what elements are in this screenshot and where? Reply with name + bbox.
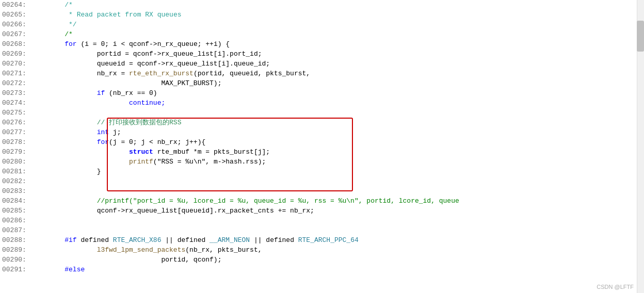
- code-token: continue;: [129, 99, 165, 107]
- code-token: [33, 158, 129, 166]
- code-token: struct: [129, 148, 153, 156]
- table-row: 00265: * Read packet from RX queues: [0, 10, 644, 20]
- code-token: (portid, queueid, pkts_burst,: [194, 70, 310, 77]
- table-row: 00267: /*: [0, 29, 644, 39]
- code-token: portid, qconf);: [33, 256, 222, 264]
- watermark: CSDN @LFTF: [597, 284, 634, 290]
- table-row: 00270: queueid = qconf->rx_queue_list[i]…: [0, 59, 644, 69]
- code-token: (nb_rx == 0): [105, 89, 157, 97]
- table-row: 00277: int j;: [0, 127, 644, 137]
- code-token: // 打印接收到数据包的RSS: [33, 119, 182, 126]
- line-code: l3fwd_lpm_send_packets(nb_rx, pkts_burst…: [30, 245, 644, 255]
- line-number: 00291:: [0, 265, 30, 274]
- table-row: 00275:: [0, 108, 644, 118]
- line-number: 00289:: [0, 245, 30, 255]
- code-token: rte_mbuf *m = pkts_burst[j];: [153, 148, 270, 156]
- table-row: 00283:: [0, 186, 644, 196]
- line-number: 00280:: [0, 157, 30, 167]
- code-token: [33, 246, 97, 254]
- code-token: __ARM_NEON: [210, 236, 250, 244]
- table-row: 00266: */: [0, 20, 644, 29]
- code-token: [33, 138, 97, 146]
- table-row: 00278: for(j = 0; j < nb_rx; j++){: [0, 137, 644, 147]
- code-token: qconf->rx_queue_list[queueid].rx_packet_…: [33, 207, 314, 215]
- scrollbar-thumb[interactable]: [637, 21, 644, 52]
- line-number: 00290:: [0, 255, 30, 265]
- line-number: 00287:: [0, 225, 30, 235]
- code-token: portid = qconf->rx_queue_list[i].port_id…: [33, 50, 262, 58]
- code-token: MAX_PKT_BURST);: [33, 79, 222, 87]
- table-row: 00291: #else: [0, 265, 644, 274]
- line-code: }: [30, 167, 644, 176]
- code-token: [33, 89, 97, 97]
- table-row: 00288: #if defined RTE_ARCH_X86 || defin…: [0, 235, 644, 245]
- line-number: 00288:: [0, 235, 30, 245]
- line-number: 00282:: [0, 176, 30, 186]
- line-code: /*: [30, 29, 644, 39]
- line-code: int j;: [30, 127, 644, 137]
- line-code: queueid = qconf->rx_queue_list[i].queue_…: [30, 59, 644, 69]
- line-number: 00271:: [0, 69, 30, 78]
- scrollbar[interactable]: [637, 0, 644, 293]
- line-code: printf("RSS = %u\n", m->hash.rss);: [30, 157, 644, 167]
- table-row: 00280: printf("RSS = %u\n", m->hash.rss)…: [0, 157, 644, 167]
- code-token: /*: [65, 1, 73, 9]
- line-code: [30, 108, 644, 118]
- table-row: 00273: if (nb_rx == 0): [0, 88, 644, 98]
- code-token: [33, 236, 65, 244]
- code-token: [33, 197, 97, 205]
- table-row: 00286:: [0, 216, 644, 225]
- code-token: from RX queues: [121, 11, 181, 19]
- code-token: defined: [77, 236, 113, 244]
- line-number: 00267:: [0, 29, 30, 39]
- line-code: [30, 186, 644, 196]
- line-number: 00286:: [0, 216, 30, 225]
- line-code: //printf("port_id = %u, lcore_id = %u, q…: [30, 196, 644, 206]
- line-number: 00270:: [0, 59, 30, 69]
- table-row: 00285: qconf->rx_queue_list[queueid].rx_…: [0, 206, 644, 216]
- table-row: 00276: // 打印接收到数据包的RSS: [0, 118, 644, 127]
- line-code: [30, 176, 644, 186]
- line-number: 00281:: [0, 167, 30, 176]
- code-token: [33, 30, 65, 38]
- line-number: 00279:: [0, 147, 30, 157]
- code-token: for: [65, 40, 76, 48]
- line-number: 00275:: [0, 108, 30, 118]
- code-token: (i = 0; i < qconf->n_rx_queue; ++i) {: [77, 40, 230, 48]
- code-token: "RSS = %u\n": [157, 158, 206, 166]
- line-code: if (nb_rx == 0): [30, 88, 644, 98]
- table-row: 00289: l3fwd_lpm_send_packets(nb_rx, pkt…: [0, 245, 644, 255]
- table-row: 00264: /*: [0, 0, 644, 10]
- table-row: 00274: continue;: [0, 98, 644, 108]
- table-row: 00279: struct rte_mbuf *m = pkts_burst[j…: [0, 147, 644, 157]
- table-row: 00271: nb_rx = rte_eth_rx_burst(portid, …: [0, 69, 644, 78]
- line-number: 00285:: [0, 206, 30, 216]
- line-code: [30, 225, 644, 235]
- code-token: */: [33, 21, 77, 28]
- code-token: }: [33, 168, 101, 175]
- line-number: 00264:: [0, 0, 30, 10]
- code-token: [33, 148, 129, 156]
- code-token: [33, 128, 97, 136]
- code-token: if: [97, 89, 105, 97]
- code-token: printf: [129, 158, 153, 166]
- line-code: nb_rx = rte_eth_rx_burst(portid, queueid…: [30, 69, 644, 78]
- code-token: Read packet: [77, 11, 121, 19]
- code-token: j;: [109, 128, 121, 136]
- code-token: /*: [65, 30, 73, 38]
- line-code: #else: [30, 265, 644, 274]
- code-token: RTE_ARCH_X86: [113, 236, 162, 244]
- line-code: continue;: [30, 98, 644, 108]
- line-number: 00284:: [0, 196, 30, 206]
- line-code: * Read packet from RX queues: [30, 10, 644, 20]
- code-token: #if: [65, 236, 76, 244]
- line-number: 00269:: [0, 49, 30, 59]
- code-token: || defined: [250, 236, 298, 244]
- table-row: 00284: //printf("port_id = %u, lcore_id …: [0, 196, 644, 206]
- line-number: 00265:: [0, 10, 30, 20]
- code-table: 00264: /*00265: * Read packet from RX qu…: [0, 0, 644, 274]
- line-code: /*: [30, 0, 644, 10]
- code-token: (j = 0; j < nb_rx; j++){: [109, 138, 205, 146]
- table-row: 00290: portid, qconf);: [0, 255, 644, 265]
- line-number: 00274:: [0, 98, 30, 108]
